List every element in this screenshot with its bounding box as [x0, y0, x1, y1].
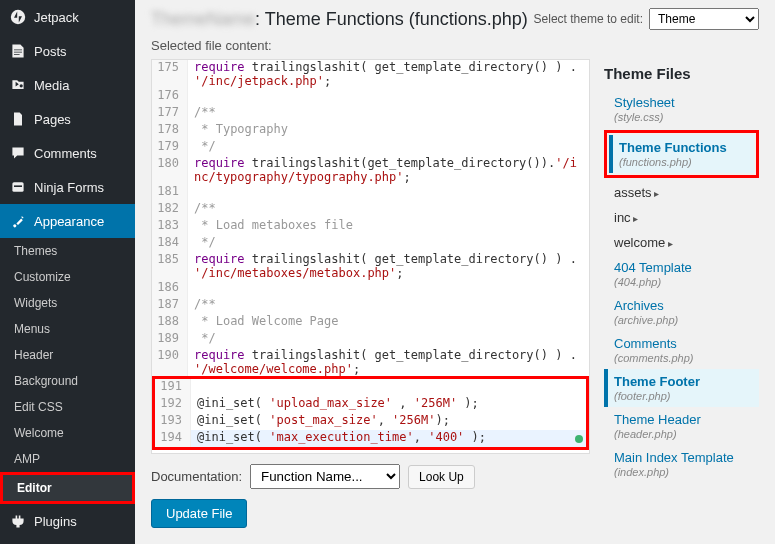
sidebar-sub-editor[interactable]: Editor	[0, 472, 135, 504]
code-line[interactable]: 187/**	[152, 297, 589, 314]
sidebar-label: Jetpack	[34, 10, 79, 25]
file-item-comments[interactable]: Comments(comments.php)	[604, 331, 759, 369]
file-name: Theme Functions	[619, 140, 748, 155]
code-content[interactable]	[188, 184, 200, 201]
code-content[interactable]: @ini_set( 'max_execution_time', '400' );	[191, 430, 492, 447]
code-line[interactable]: 186	[152, 280, 589, 297]
sidebar-sub-themes[interactable]: Themes	[0, 238, 135, 264]
sidebar-sub-customize[interactable]: Customize	[0, 264, 135, 290]
code-content[interactable]: */	[188, 235, 222, 252]
file-subname: (functions.php)	[619, 156, 748, 168]
sidebar-item-ninja-forms[interactable]: Ninja Forms	[0, 170, 135, 204]
code-line[interactable]: 179 */	[152, 139, 589, 156]
file-item-theme-header[interactable]: Theme Header(header.php)	[604, 407, 759, 445]
code-content[interactable]	[191, 379, 203, 396]
code-content[interactable]: /**	[188, 105, 222, 122]
line-number: 182	[152, 201, 188, 218]
line-number: 186	[152, 280, 188, 297]
code-line[interactable]: 194@ini_set( 'max_execution_time', '400'…	[155, 430, 586, 447]
code-line[interactable]: 181	[152, 184, 589, 201]
sidebar-label: Plugins	[34, 514, 77, 529]
sidebar-item-comments[interactable]: Comments	[0, 136, 135, 170]
sidebar-item-posts[interactable]: Posts	[0, 34, 135, 68]
code-line[interactable]: 184 */	[152, 235, 589, 252]
line-number: 179	[152, 139, 188, 156]
line-number: 176	[152, 88, 188, 105]
code-line[interactable]: 177/**	[152, 105, 589, 122]
theme-files-title: Theme Files	[604, 59, 759, 90]
code-content[interactable]: * Typography	[188, 122, 294, 139]
code-line[interactable]: 190require trailingslashit( get_template…	[152, 348, 589, 376]
code-content[interactable]: @ini_set( 'upload_max_size' , '256M' );	[191, 396, 485, 413]
code-line[interactable]: 176	[152, 88, 589, 105]
sidebar-item-users[interactable]: Users	[0, 538, 135, 544]
code-line[interactable]: 191	[155, 379, 586, 396]
code-line[interactable]: 182/**	[152, 201, 589, 218]
code-line[interactable]: 192@ini_set( 'upload_max_size' , '256M' …	[155, 396, 586, 413]
code-content[interactable]: */	[188, 331, 222, 348]
comments-icon	[8, 143, 28, 163]
file-item-main-index-template[interactable]: Main Index Template(index.php)	[604, 445, 759, 483]
code-line[interactable]: 193@ini_set( 'post_max_size', '256M');	[155, 413, 586, 430]
documentation-row: Documentation: Function Name... Look Up	[151, 454, 590, 499]
file-subname: (style.css)	[614, 111, 753, 123]
sidebar-sub-menus[interactable]: Menus	[0, 316, 135, 342]
file-item-archives[interactable]: Archives(archive.php)	[604, 293, 759, 331]
sidebar-sub-edit-css[interactable]: Edit CSS	[0, 394, 135, 420]
file-subname: (404.php)	[614, 276, 753, 288]
sidebar-sub-widgets[interactable]: Widgets	[0, 290, 135, 316]
line-number: 187	[152, 297, 188, 314]
sidebar-item-pages[interactable]: Pages	[0, 102, 135, 136]
file-item-inc[interactable]: inc	[604, 205, 759, 230]
lookup-button[interactable]: Look Up	[408, 465, 475, 489]
code-line[interactable]: 175require trailingslashit( get_template…	[152, 60, 589, 88]
main-content: ThemeName: Theme Functions (functions.ph…	[135, 0, 775, 544]
sidebar-item-plugins[interactable]: Plugins	[0, 504, 135, 538]
code-content[interactable]: /**	[188, 297, 222, 314]
code-content[interactable]: require trailingslashit( get_template_di…	[188, 60, 589, 88]
line-number: 184	[152, 235, 188, 252]
sidebar-label: Ninja Forms	[34, 180, 104, 195]
code-content[interactable]: require trailingslashit(get_template_dir…	[188, 156, 589, 184]
code-content[interactable]: */	[188, 139, 222, 156]
page-title: ThemeName: Theme Functions (functions.ph…	[151, 9, 528, 30]
code-content[interactable]	[188, 280, 200, 297]
theme-select[interactable]: Theme	[649, 8, 759, 30]
code-line[interactable]: 185require trailingslashit( get_template…	[152, 252, 589, 280]
theme-files-panel: Theme Files Stylesheet(style.css)Theme F…	[604, 59, 759, 528]
sidebar-sub-header[interactable]: Header	[0, 342, 135, 368]
code-content[interactable]: * Load Welcome Page	[188, 314, 345, 331]
code-content[interactable]	[188, 88, 200, 105]
sidebar-label: Pages	[34, 112, 71, 127]
code-editor[interactable]: 175require trailingslashit( get_template…	[151, 59, 590, 454]
sidebar-sub-amp[interactable]: AMP	[0, 446, 135, 472]
file-item-theme-functions[interactable]: Theme Functions(functions.php)	[609, 135, 754, 173]
file-item-welcome[interactable]: welcome	[604, 230, 759, 255]
code-content[interactable]: require trailingslashit( get_template_di…	[188, 348, 589, 376]
file-item-theme-footer[interactable]: Theme Footer(footer.php)	[604, 369, 759, 407]
code-content[interactable]: * Load metaboxes file	[188, 218, 359, 235]
line-number: 191	[155, 379, 191, 396]
code-content[interactable]: require trailingslashit( get_template_di…	[188, 252, 589, 280]
file-item-stylesheet[interactable]: Stylesheet(style.css)	[604, 90, 759, 128]
file-name: Comments	[614, 336, 753, 351]
file-item-assets[interactable]: assets	[604, 180, 759, 205]
sidebar-item-media[interactable]: Media	[0, 68, 135, 102]
file-item-404-template[interactable]: 404 Template(404.php)	[604, 255, 759, 293]
code-content[interactable]: /**	[188, 201, 222, 218]
update-file-button[interactable]: Update File	[151, 499, 247, 528]
code-line[interactable]: 189 */	[152, 331, 589, 348]
sidebar-label: Appearance	[34, 214, 104, 229]
file-subname: (comments.php)	[614, 352, 753, 364]
sidebar-item-appearance[interactable]: Appearance	[0, 204, 135, 238]
code-line[interactable]: 180require trailingslashit(get_template_…	[152, 156, 589, 184]
sidebar-item-jetpack[interactable]: Jetpack	[0, 0, 135, 34]
sidebar-sub-welcome[interactable]: Welcome	[0, 420, 135, 446]
code-line[interactable]: 178 * Typography	[152, 122, 589, 139]
sidebar-sub-background[interactable]: Background	[0, 368, 135, 394]
code-content[interactable]: @ini_set( 'post_max_size', '256M');	[191, 413, 456, 430]
code-line[interactable]: 188 * Load Welcome Page	[152, 314, 589, 331]
line-number: 194	[155, 430, 191, 447]
doc-select[interactable]: Function Name...	[250, 464, 400, 489]
code-line[interactable]: 183 * Load metaboxes file	[152, 218, 589, 235]
